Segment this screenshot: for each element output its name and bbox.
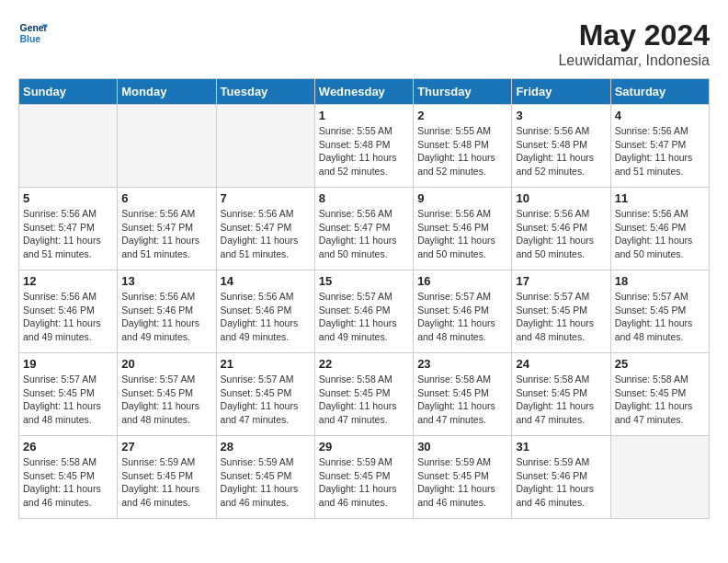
day-info: Sunrise: 5:57 AMSunset: 5:46 PMDaylight:… xyxy=(417,290,507,344)
table-row: 5Sunrise: 5:56 AMSunset: 5:47 PMDaylight… xyxy=(19,188,118,270)
day-info: Sunrise: 5:59 AMSunset: 5:46 PMDaylight:… xyxy=(516,455,606,510)
day-info: Sunrise: 5:56 AMSunset: 5:46 PMDaylight:… xyxy=(23,290,113,344)
day-number: 20 xyxy=(121,357,211,371)
table-row: 26Sunrise: 5:58 AMSunset: 5:45 PMDayligh… xyxy=(19,436,118,519)
day-info: Sunrise: 5:59 AMSunset: 5:45 PMDaylight:… xyxy=(221,455,311,510)
day-number: 28 xyxy=(221,440,311,454)
day-number: 9 xyxy=(417,191,507,205)
table-row: 1Sunrise: 5:55 AMSunset: 5:48 PMDaylight… xyxy=(314,105,413,188)
day-number: 18 xyxy=(615,274,705,288)
day-number: 16 xyxy=(417,274,507,288)
table-row: 2Sunrise: 5:55 AMSunset: 5:48 PMDaylight… xyxy=(414,105,512,188)
table-row: 6Sunrise: 5:56 AMSunset: 5:47 PMDaylight… xyxy=(118,188,216,270)
header-wednesday: Wednesday xyxy=(314,79,413,105)
table-row: 18Sunrise: 5:57 AMSunset: 5:45 PMDayligh… xyxy=(610,270,709,353)
table-row: 7Sunrise: 5:56 AMSunset: 5:47 PMDaylight… xyxy=(216,188,314,270)
day-number: 7 xyxy=(221,191,311,205)
table-row: 30Sunrise: 5:59 AMSunset: 5:45 PMDayligh… xyxy=(414,436,512,519)
day-number: 5 xyxy=(23,191,113,205)
day-number: 17 xyxy=(516,274,606,288)
day-info: Sunrise: 5:56 AMSunset: 5:47 PMDaylight:… xyxy=(319,207,409,261)
day-info: Sunrise: 5:56 AMSunset: 5:47 PMDaylight:… xyxy=(23,207,113,261)
table-row: 19Sunrise: 5:57 AMSunset: 5:45 PMDayligh… xyxy=(19,353,118,436)
weekday-header-row: Sunday Monday Tuesday Wednesday Thursday… xyxy=(19,79,710,105)
day-number: 21 xyxy=(221,357,311,371)
day-info: Sunrise: 5:58 AMSunset: 5:45 PMDaylight:… xyxy=(417,373,507,427)
calendar-row: 19Sunrise: 5:57 AMSunset: 5:45 PMDayligh… xyxy=(19,353,710,436)
table-row: 29Sunrise: 5:59 AMSunset: 5:45 PMDayligh… xyxy=(314,436,413,519)
day-number: 10 xyxy=(516,191,606,205)
day-info: Sunrise: 5:58 AMSunset: 5:45 PMDaylight:… xyxy=(319,373,409,427)
day-info: Sunrise: 5:58 AMSunset: 5:45 PMDaylight:… xyxy=(516,373,606,427)
table-row: 4Sunrise: 5:56 AMSunset: 5:47 PMDaylight… xyxy=(610,105,709,188)
day-number: 1 xyxy=(319,109,409,122)
table-row: 13Sunrise: 5:56 AMSunset: 5:46 PMDayligh… xyxy=(118,270,216,353)
day-info: Sunrise: 5:58 AMSunset: 5:45 PMDaylight:… xyxy=(23,455,113,510)
day-info: Sunrise: 5:55 AMSunset: 5:48 PMDaylight:… xyxy=(417,124,507,178)
day-info: Sunrise: 5:56 AMSunset: 5:46 PMDaylight:… xyxy=(516,207,606,261)
table-row: 22Sunrise: 5:58 AMSunset: 5:45 PMDayligh… xyxy=(314,353,413,436)
day-info: Sunrise: 5:57 AMSunset: 5:45 PMDaylight:… xyxy=(121,373,211,427)
day-number: 24 xyxy=(516,357,606,371)
table-row: 28Sunrise: 5:59 AMSunset: 5:45 PMDayligh… xyxy=(216,436,314,519)
table-row: 8Sunrise: 5:56 AMSunset: 5:47 PMDaylight… xyxy=(314,188,413,270)
table-row: 9Sunrise: 5:56 AMSunset: 5:46 PMDaylight… xyxy=(414,188,512,270)
day-number: 26 xyxy=(23,440,113,454)
table-row: 23Sunrise: 5:58 AMSunset: 5:45 PMDayligh… xyxy=(414,353,512,436)
title-block: May 2024 Leuwidamar, Indonesia xyxy=(558,18,710,69)
table-row: 20Sunrise: 5:57 AMSunset: 5:45 PMDayligh… xyxy=(118,353,216,436)
day-info: Sunrise: 5:59 AMSunset: 5:45 PMDaylight:… xyxy=(319,455,409,510)
day-number: 22 xyxy=(319,357,409,371)
day-info: Sunrise: 5:56 AMSunset: 5:47 PMDaylight:… xyxy=(221,207,311,261)
day-info: Sunrise: 5:56 AMSunset: 5:47 PMDaylight:… xyxy=(121,207,211,261)
header-tuesday: Tuesday xyxy=(216,79,314,105)
day-number: 19 xyxy=(23,357,113,371)
day-info: Sunrise: 5:56 AMSunset: 5:46 PMDaylight:… xyxy=(221,290,311,344)
day-info: Sunrise: 5:56 AMSunset: 5:46 PMDaylight:… xyxy=(121,290,211,344)
day-info: Sunrise: 5:58 AMSunset: 5:45 PMDaylight:… xyxy=(615,373,705,427)
empty-cell xyxy=(216,105,314,188)
table-row: 21Sunrise: 5:57 AMSunset: 5:45 PMDayligh… xyxy=(216,353,314,436)
day-info: Sunrise: 5:59 AMSunset: 5:45 PMDaylight:… xyxy=(417,455,507,510)
day-info: Sunrise: 5:56 AMSunset: 5:46 PMDaylight:… xyxy=(417,207,507,261)
table-row: 11Sunrise: 5:56 AMSunset: 5:46 PMDayligh… xyxy=(610,188,709,270)
calendar-row: 26Sunrise: 5:58 AMSunset: 5:45 PMDayligh… xyxy=(19,436,710,519)
day-number: 3 xyxy=(516,109,606,122)
day-info: Sunrise: 5:57 AMSunset: 5:45 PMDaylight:… xyxy=(516,290,606,344)
day-info: Sunrise: 5:55 AMSunset: 5:48 PMDaylight:… xyxy=(319,124,409,178)
logo: General Blue xyxy=(18,18,48,48)
table-row: 17Sunrise: 5:57 AMSunset: 5:45 PMDayligh… xyxy=(512,270,610,353)
header-monday: Monday xyxy=(118,79,216,105)
day-number: 2 xyxy=(417,109,507,122)
table-row: 24Sunrise: 5:58 AMSunset: 5:45 PMDayligh… xyxy=(512,353,610,436)
table-row: 15Sunrise: 5:57 AMSunset: 5:46 PMDayligh… xyxy=(314,270,413,353)
table-row: 31Sunrise: 5:59 AMSunset: 5:46 PMDayligh… xyxy=(512,436,610,519)
calendar-row: 1Sunrise: 5:55 AMSunset: 5:48 PMDaylight… xyxy=(19,105,710,188)
day-info: Sunrise: 5:56 AMSunset: 5:48 PMDaylight:… xyxy=(516,124,606,178)
day-number: 30 xyxy=(417,440,507,454)
table-row: 12Sunrise: 5:56 AMSunset: 5:46 PMDayligh… xyxy=(19,270,118,353)
day-number: 4 xyxy=(615,109,705,122)
day-info: Sunrise: 5:56 AMSunset: 5:47 PMDaylight:… xyxy=(615,124,705,178)
empty-cell xyxy=(118,105,216,188)
day-number: 25 xyxy=(615,357,705,371)
day-number: 27 xyxy=(121,440,211,454)
table-row: 10Sunrise: 5:56 AMSunset: 5:46 PMDayligh… xyxy=(512,188,610,270)
day-number: 15 xyxy=(319,274,409,288)
day-info: Sunrise: 5:57 AMSunset: 5:45 PMDaylight:… xyxy=(615,290,705,344)
day-number: 13 xyxy=(121,274,211,288)
logo-icon: General Blue xyxy=(18,18,48,48)
calendar-table: Sunday Monday Tuesday Wednesday Thursday… xyxy=(18,78,710,519)
page-header: General Blue May 2024 Leuwidamar, Indone… xyxy=(18,18,710,69)
header-sunday: Sunday xyxy=(19,79,118,105)
table-row: 25Sunrise: 5:58 AMSunset: 5:45 PMDayligh… xyxy=(610,353,709,436)
day-info: Sunrise: 5:59 AMSunset: 5:45 PMDaylight:… xyxy=(121,455,211,510)
day-info: Sunrise: 5:57 AMSunset: 5:45 PMDaylight:… xyxy=(23,373,113,427)
day-number: 8 xyxy=(319,191,409,205)
empty-cell xyxy=(19,105,118,188)
day-number: 12 xyxy=(23,274,113,288)
table-row: 3Sunrise: 5:56 AMSunset: 5:48 PMDaylight… xyxy=(512,105,610,188)
day-number: 29 xyxy=(319,440,409,454)
day-number: 31 xyxy=(516,440,606,454)
table-row: 16Sunrise: 5:57 AMSunset: 5:46 PMDayligh… xyxy=(414,270,512,353)
